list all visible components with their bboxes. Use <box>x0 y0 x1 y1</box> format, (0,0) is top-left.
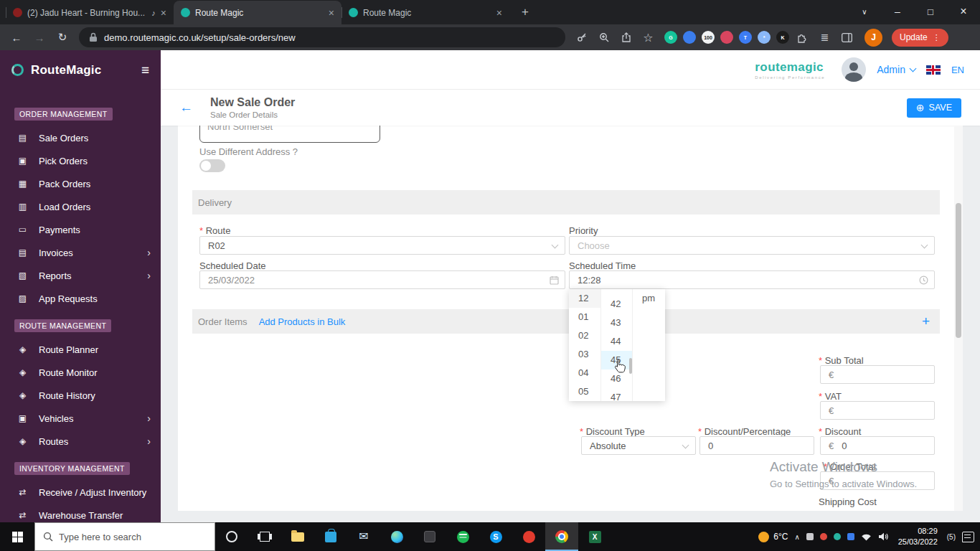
edge-button[interactable] <box>380 522 413 551</box>
task-view-button[interactable] <box>248 522 281 551</box>
address-input[interactable]: North Somerset <box>199 126 380 143</box>
add-products-in-bulk-link[interactable]: Add Products in Bulk <box>259 316 346 327</box>
sidebar-item-invoices[interactable]: ▤Invoices› <box>0 241 161 264</box>
network-wifi-icon[interactable] <box>861 533 872 541</box>
time-option[interactable]: 02 <box>569 326 600 345</box>
sidebar-item-load-orders[interactable]: ▥Load Orders <box>0 195 161 218</box>
browser-tab[interactable]: (2) Jadu Heart - Burning Hou...♪× <box>6 1 174 24</box>
blue-extension-icon[interactable] <box>683 31 696 44</box>
spotify-button[interactable] <box>446 522 479 551</box>
sidebar-item-receive-adjust-inventory[interactable]: ⇄Receive / Adjust Inventory <box>0 481 161 504</box>
add-order-item-button[interactable] <box>922 314 930 329</box>
tab-close-icon[interactable]: × <box>161 8 166 18</box>
language-label[interactable]: EN <box>951 65 964 75</box>
browser-back-button[interactable] <box>7 28 26 47</box>
minute-column-scrollbar[interactable] <box>629 358 632 374</box>
browser-menu-dots-icon[interactable] <box>933 32 941 42</box>
badge-100-extension-icon[interactable]: 100 <box>702 31 715 44</box>
sidebar-item-route-monitor[interactable]: ◈Route Monitor <box>0 361 161 384</box>
store-button[interactable] <box>314 522 347 551</box>
sidebar-item-routes[interactable]: ◈Routes› <box>0 430 161 453</box>
uk-flag-icon[interactable] <box>926 65 941 75</box>
window-close-button[interactable] <box>947 0 980 23</box>
order-total-input[interactable]: € <box>820 471 935 490</box>
file-explorer-button[interactable] <box>281 522 314 551</box>
priority-select[interactable]: Choose <box>569 236 935 255</box>
reading-list-icon[interactable] <box>816 29 834 47</box>
save-button[interactable]: SAVE <box>907 98 961 118</box>
start-button[interactable] <box>0 522 34 551</box>
taskbar-clock[interactable]: 08:29 25/03/2022 <box>895 526 941 548</box>
mail-button[interactable]: ✉ <box>347 522 380 551</box>
tray-blue-app-icon[interactable] <box>847 533 854 540</box>
time-option[interactable]: 05 <box>569 382 600 401</box>
discount-input[interactable]: € 0 <box>820 436 935 455</box>
scheduled-date-input[interactable]: 25/03/2022 <box>199 270 565 289</box>
tray-red-app-icon[interactable] <box>820 533 827 540</box>
chrome-button[interactable] <box>545 522 578 551</box>
time-option[interactable]: 45 <box>601 351 632 369</box>
back-arrow-icon[interactable] <box>179 100 193 116</box>
tab-list-dropdown-icon[interactable] <box>848 0 881 23</box>
tab-close-icon[interactable]: × <box>329 8 334 18</box>
sidebar-item-route-planner[interactable]: ◈Route Planner <box>0 338 161 361</box>
weather-widget[interactable]: 6°C <box>758 532 788 542</box>
sidebar-item-payments[interactable]: ▭Payments <box>0 218 161 241</box>
time-option[interactable]: 47 <box>601 388 632 401</box>
time-option[interactable]: pm <box>633 289 664 308</box>
browser-refresh-button[interactable] <box>53 28 72 47</box>
tray-chevron-up-icon[interactable] <box>794 533 799 541</box>
grammarly-extension-icon[interactable]: G <box>664 31 677 44</box>
share-icon[interactable] <box>617 29 635 47</box>
password-key-icon[interactable] <box>573 29 590 47</box>
time-option[interactable]: 04 <box>569 364 600 382</box>
sidebar-item-warehouse-transfer[interactable]: ⇄Warehouse Transfer <box>0 504 161 522</box>
cortana-button[interactable] <box>215 522 248 551</box>
sidebar-item-route-history[interactable]: ◈Route History <box>0 384 161 407</box>
taskbar-search-input[interactable] <box>59 532 207 542</box>
use-different-address-toggle[interactable] <box>199 159 225 172</box>
browser-profile-avatar[interactable]: J <box>864 29 882 47</box>
puzzle-extensions-icon[interactable] <box>793 29 811 47</box>
page-scrollbar[interactable] <box>954 126 963 511</box>
taskbar-search[interactable] <box>34 522 215 551</box>
bookmark-star-icon[interactable] <box>639 29 657 47</box>
sidebar-item-pick-orders[interactable]: ▣Pick Orders <box>0 149 161 172</box>
media-app-button[interactable] <box>512 522 545 551</box>
admin-menu[interactable]: Admin <box>877 64 915 75</box>
tray-display-icon[interactable] <box>806 533 814 540</box>
colorful-extension-icon[interactable] <box>720 31 733 44</box>
time-option[interactable]: 46 <box>601 369 632 388</box>
discount-percentage-input[interactable]: 0 <box>699 436 814 455</box>
tray-teal-app-icon[interactable] <box>834 533 841 540</box>
address-bar[interactable]: demo.routemagic.co.uk/setup/sale-orders/… <box>79 27 565 47</box>
window-maximize-button[interactable] <box>914 0 947 23</box>
time-option[interactable]: 01 <box>569 308 600 326</box>
time-option[interactable]: 44 <box>601 332 632 351</box>
snowflake-extension-icon[interactable]: * <box>758 31 771 44</box>
scrollbar-thumb[interactable] <box>956 203 961 338</box>
new-tab-button[interactable] <box>515 2 535 22</box>
window-minimize-button[interactable] <box>881 0 914 23</box>
browser-tab[interactable]: Route Magic× <box>174 1 341 24</box>
discount-type-select[interactable]: Absolute <box>581 436 696 455</box>
sidebar-item-vehicles[interactable]: ▣Vehicles› <box>0 407 161 430</box>
sub-total-input[interactable]: € <box>820 365 935 384</box>
volume-icon[interactable] <box>878 532 889 541</box>
sidebar-item-sale-orders[interactable]: ▤Sale Orders <box>0 126 161 149</box>
vat-input[interactable]: € <box>820 401 935 420</box>
dark-app-button[interactable] <box>413 522 446 551</box>
time-option[interactable]: 42 <box>601 295 632 314</box>
scheduled-time-input[interactable]: 12:28 <box>569 270 935 289</box>
route-select[interactable]: R02 <box>199 236 565 255</box>
k-extension-icon[interactable]: K <box>776 31 789 44</box>
sidebar-item-app-requests[interactable]: ▨App Requests <box>0 287 161 310</box>
translate-extension-icon[interactable]: T <box>739 31 752 44</box>
time-option[interactable]: 43 <box>601 314 632 332</box>
zoom-icon[interactable] <box>595 29 613 47</box>
browser-tab[interactable]: Route Magic× <box>341 1 509 24</box>
sidebar-item-reports[interactable]: ▧Reports› <box>0 264 161 287</box>
time-option[interactable]: 03 <box>569 345 600 364</box>
chrome-update-button[interactable]: Update <box>892 29 948 47</box>
sidebar-item-pack-orders[interactable]: ▦Pack Orders <box>0 172 161 195</box>
